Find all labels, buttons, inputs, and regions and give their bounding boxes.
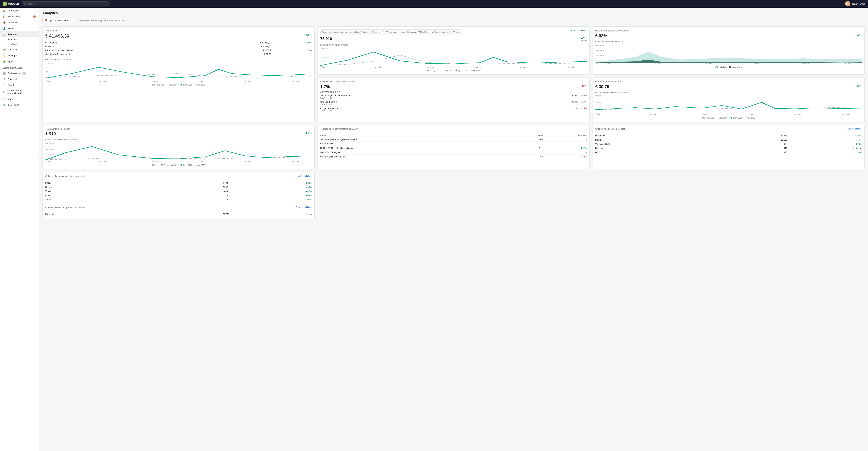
svg-text:mei: mei (520, 66, 528, 68)
sidebar-label-settings: Instellingen (8, 104, 19, 106)
apps-icon: 🧩 (3, 60, 6, 63)
table-row: Online Store € 40.317,00 ↑ 298% (45, 41, 312, 45)
prod-label: Olifant kussen (320, 142, 512, 146)
totale-omzet-change: ↑308% (304, 33, 312, 36)
sidebar-item-rapporten[interactable]: Rapporten (8, 37, 39, 42)
svg-text:mei: mei (245, 161, 253, 162)
sidebar-item-kortingen[interactable]: 🏷️ Kortingen (0, 53, 39, 58)
dev-value: 1.643 (151, 189, 228, 193)
add-channel-icon[interactable]: + (34, 66, 36, 69)
locaties-table: Nederland 54.463 ↑ 362% België 23.102 ↑ … (595, 134, 862, 154)
locaties-rapport-link[interactable]: Rapport bekijken (846, 128, 862, 130)
bestellingen-value: 1.510 (45, 132, 56, 136)
conversie-change: ↓16% (581, 84, 587, 87)
card-locaties: Onlinewinkelsessies per locatie Rapport … (592, 124, 865, 169)
gem-chart: 75 50 25 0 jan. mei sep. jan. mei mei (595, 94, 862, 115)
home-icon: 🏠 (3, 9, 6, 12)
loc-label: — (595, 150, 733, 154)
loc-label: Duitsland (595, 146, 733, 150)
card-topproducten: Topproducten per verkochte aantallen Pro… (317, 124, 590, 169)
loc-change: ↑ 508% (787, 142, 862, 146)
loc-change: ↑ 330% (787, 150, 862, 154)
row-value: € 31,90 (199, 52, 274, 56)
row-value: € 40.317,00 (199, 41, 274, 45)
dev-change: ↑ 384% (228, 181, 312, 185)
table-row: Other 319 ↑ 609% (45, 193, 312, 198)
dev-label: Mobile (45, 181, 151, 185)
eye-button[interactable]: 👁 (22, 72, 26, 75)
sidebar-item-homepage[interactable]: 🏠 Homepage (0, 8, 39, 13)
bestellingen-title: Totaalaantal bestellingen (45, 128, 70, 130)
facebook-shop-icon: 🛍 (3, 90, 6, 93)
sidebar-item-facebook[interactable]: f Facebook (0, 76, 39, 82)
dev-change: ↑ 493% (228, 185, 312, 189)
svg-text:jan.: jan. (473, 66, 481, 68)
leg1: Eerste keer (717, 66, 727, 68)
sidebar-label-google: Google (8, 84, 15, 86)
inbox-icon: ✉️ (3, 97, 6, 101)
prod-change: - (543, 137, 587, 142)
svg-text:jan.: jan. (595, 114, 603, 115)
sidebar-item-marketing[interactable]: 📣 Marketing (0, 47, 39, 53)
sidebar-item-producten[interactable]: 📦 Producten (0, 20, 39, 25)
search-input[interactable] (22, 1, 108, 6)
avatar: DP (845, 1, 850, 6)
svg-text:sep.: sep. (427, 66, 436, 68)
svg-text:mei: mei (649, 114, 656, 115)
omzet-legend: 14 aug. 2017 – 31 dec. 2019 1 jan. 2020 … (45, 84, 312, 86)
sidebar-item-apps[interactable]: 🧩 Apps (0, 58, 39, 64)
sidebar-item-facebook-shop[interactable]: 🛍 Facebook Shop (discontinued) (0, 88, 39, 96)
row-value: € 1.013,75 (199, 45, 274, 49)
date-picker[interactable]: 📅 1 jan. 2020 – 19 mei 2022 (42, 18, 77, 23)
table-row: WOLKEN | 3-delig set 137 - (320, 150, 587, 155)
sidebar-item-inbox[interactable]: ✉️ Inbox (0, 96, 39, 102)
store-icon: 🏪 (3, 72, 6, 75)
date-compare: vergeleken met 14 aug. 2017 – 31 dec. 20… (79, 19, 124, 22)
sidebar-item-klanten[interactable]: 👤 Klanten (0, 25, 39, 31)
bestellingen-chart: 400 300 200 100 0 jan. mei sep. jan. mei… (45, 141, 312, 162)
prod-change: - (543, 150, 587, 155)
sociale-rapport-link[interactable]: Rapport bekijken (296, 206, 312, 208)
row-change: ↑ 298% (274, 41, 312, 45)
sidebar-item-analytics[interactable]: 📊 Analytics (0, 31, 39, 37)
discounts-icon: 🏷️ (3, 54, 6, 57)
sidebar-item-settings[interactable]: ⚙️ Instellingen (0, 102, 39, 108)
devices-rapport-link[interactable]: Rapport bekijken (296, 175, 312, 177)
prod-qty: 400 (512, 137, 543, 142)
conversie-value: 1,7% (320, 84, 330, 89)
sessies-chart: 20K 10K 0 jan. mei sep. jan. mei mei (320, 47, 587, 67)
loc-value: 549 (733, 146, 787, 150)
funnel-label-3: Omgezette sessies (320, 107, 567, 110)
col-product: Product (320, 134, 512, 137)
funnel-pct-2: 2,57% (567, 101, 578, 103)
svg-text:300: 300 (45, 148, 54, 150)
leg2: 1 jan. 2020 – 19 mei 2022 (733, 117, 755, 119)
soc-change: ↑ 311% (229, 212, 312, 216)
shopify-icon: S (3, 2, 7, 6)
search-icon: 🔍 (24, 3, 26, 5)
dev-label: Tablet (45, 189, 151, 193)
svg-text:mei: mei (292, 161, 299, 162)
calendar-icon: 📅 (44, 19, 48, 22)
svg-text:mei: mei (567, 66, 574, 68)
sidebar-item-google[interactable]: G Google (0, 82, 39, 88)
sidebar-label-apps: Apps (8, 60, 13, 63)
row-change: ↑ 179% (274, 49, 312, 52)
svg-text:sep.: sep. (152, 81, 161, 82)
card-conversie: Onlinewinkel conversiepercentage 1,7% ↓1… (317, 77, 590, 122)
sidebar-label-bestellingen: Bestellingen (8, 15, 20, 18)
topbar-right: DP Dylan Peters (845, 1, 865, 6)
row-value: € 133,71 (199, 49, 274, 52)
funnel-change-3: ↓ 16% (578, 107, 587, 110)
prod-qty: 317 (512, 142, 543, 146)
sidebar-item-onlinewinkel[interactable]: 🏪 Onlinewinkel 👁 (0, 70, 39, 76)
dev-change: ↑ 100% (228, 198, 312, 202)
table-row: Duitsland 549 ↑ 1.861% (595, 146, 862, 150)
sidebar-item-bestellingen[interactable]: 📋 Bestellingen 5 (0, 13, 39, 20)
sidebar-item-liveview[interactable]: Live View (8, 42, 39, 47)
totale-omzet-value: € 41.496,36 (45, 33, 69, 39)
legend1: 14 aug. 2017 – 31 dec. 2019 (154, 84, 179, 86)
dev-label: Desktop (45, 185, 151, 189)
table-row: Mobile 74.499 ↑ 384% (45, 181, 312, 185)
sessies-rapport-link[interactable]: Rapport bekijken (571, 29, 587, 32)
